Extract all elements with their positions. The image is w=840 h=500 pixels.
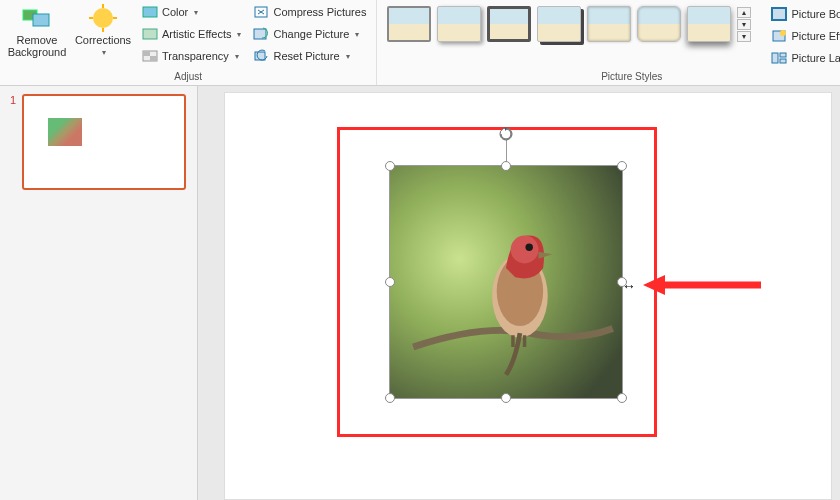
slide-thumbnail-panel: 1: [0, 86, 198, 500]
slide-thumbnail-1[interactable]: [22, 94, 186, 190]
picture-layout-button[interactable]: Picture Layout ▾: [767, 48, 840, 68]
gallery-scroll-down[interactable]: ▾: [737, 19, 751, 30]
slide-thumbnail-content: [48, 118, 82, 146]
resize-handle-bottom-mid[interactable]: [501, 393, 511, 403]
artistic-effects-icon: [142, 27, 158, 41]
svg-rect-11: [150, 56, 157, 61]
svg-rect-15: [772, 8, 786, 20]
reset-picture-icon: [253, 49, 269, 63]
svg-rect-10: [143, 51, 150, 56]
svg-rect-8: [143, 29, 157, 39]
corrections-icon: [89, 4, 117, 32]
compress-label: Compress Pictures: [273, 6, 366, 18]
picture-selection-frame[interactable]: [389, 165, 623, 399]
svg-rect-20: [780, 59, 786, 63]
picture-effects-button[interactable]: Picture Effects ▾: [767, 26, 840, 46]
rotate-handle[interactable]: [498, 126, 514, 142]
compress-icon: [253, 5, 269, 19]
picture-border-label: Picture Border: [791, 8, 840, 20]
slide-canvas[interactable]: ↔: [224, 92, 832, 500]
gallery-more[interactable]: ▾: [737, 31, 751, 42]
gallery-scroll-up[interactable]: ▴: [737, 7, 751, 18]
corrections-button[interactable]: Corrections ▾: [72, 2, 134, 68]
transparency-button[interactable]: Transparency ▾: [138, 46, 245, 66]
resize-handle-top-left[interactable]: [385, 161, 395, 171]
resize-handle-bottom-right[interactable]: [617, 393, 627, 403]
picture-border-icon: [771, 7, 787, 21]
picture-layout-icon: [771, 51, 787, 65]
resize-handle-bottom-left[interactable]: [385, 393, 395, 403]
style-thumb-3[interactable]: [487, 6, 531, 42]
group-adjust-label: Adjust: [6, 69, 370, 85]
picture-styles-gallery: ▴ ▾ ▾: [383, 2, 755, 42]
artistic-effects-button[interactable]: Artistic Effects ▾: [138, 24, 245, 44]
compress-pictures-button[interactable]: Compress Pictures: [249, 2, 370, 22]
group-adjust: Remove Background Corrections ▾ Color ▾ …: [0, 0, 377, 85]
ribbon: Remove Background Corrections ▾ Color ▾ …: [0, 0, 840, 86]
chevron-down-icon: ▾: [235, 52, 239, 61]
change-picture-button[interactable]: Change Picture ▾: [249, 24, 370, 44]
resize-handle-mid-right[interactable]: [617, 277, 627, 287]
resize-handle-mid-left[interactable]: [385, 277, 395, 287]
svg-rect-18: [772, 53, 778, 63]
svg-point-24: [511, 236, 539, 264]
remove-background-label: Remove Background: [8, 34, 67, 58]
style-thumb-6[interactable]: [637, 6, 681, 42]
svg-point-2: [93, 8, 113, 28]
transparency-icon: [142, 49, 158, 63]
svg-rect-7: [143, 7, 157, 17]
chevron-down-icon: ▾: [194, 8, 198, 17]
reset-label: Reset Picture: [273, 50, 339, 62]
color-label: Color: [162, 6, 188, 18]
workspace: 1: [0, 86, 840, 500]
style-thumb-1[interactable]: [387, 6, 431, 42]
color-icon: [142, 5, 158, 19]
group-styles-label: Picture Styles: [383, 69, 840, 85]
group-picture-styles: ▴ ▾ ▾ Picture Border ▾ Picture Effects ▾: [377, 0, 840, 85]
artistic-label: Artistic Effects: [162, 28, 231, 40]
chevron-down-icon: ▾: [355, 30, 359, 39]
inserted-picture[interactable]: [390, 166, 622, 398]
picture-effects-label: Picture Effects: [791, 30, 840, 42]
svg-point-25: [525, 243, 532, 250]
style-thumb-7[interactable]: [687, 6, 731, 42]
remove-background-icon: [21, 4, 53, 32]
gallery-scroll: ▴ ▾ ▾: [737, 7, 751, 42]
annotation-arrow: [643, 273, 763, 297]
picture-effects-icon: [771, 29, 787, 43]
style-thumb-5[interactable]: [587, 6, 631, 42]
picture-layout-label: Picture Layout: [791, 52, 840, 64]
svg-rect-19: [780, 53, 786, 57]
slide-number: 1: [10, 94, 16, 106]
transparency-label: Transparency: [162, 50, 229, 62]
svg-rect-1: [33, 14, 49, 26]
corrections-label: Corrections: [75, 34, 131, 46]
resize-handle-top-mid[interactable]: [501, 161, 511, 171]
resize-handle-top-right[interactable]: [617, 161, 627, 171]
chevron-down-icon: ▾: [102, 48, 106, 57]
picture-border-button[interactable]: Picture Border ▾: [767, 4, 840, 24]
reset-picture-button[interactable]: Reset Picture ▾: [249, 46, 370, 66]
chevron-down-icon: ▾: [346, 52, 350, 61]
svg-point-17: [780, 30, 786, 36]
remove-background-button[interactable]: Remove Background: [6, 2, 68, 68]
svg-rect-14: [255, 52, 265, 60]
change-picture-icon: [253, 27, 269, 41]
chevron-down-icon: ▾: [237, 30, 241, 39]
color-button[interactable]: Color ▾: [138, 2, 245, 22]
style-thumb-2[interactable]: [437, 6, 481, 42]
change-label: Change Picture: [273, 28, 349, 40]
svg-marker-28: [643, 275, 665, 295]
style-thumb-4[interactable]: [537, 6, 581, 42]
